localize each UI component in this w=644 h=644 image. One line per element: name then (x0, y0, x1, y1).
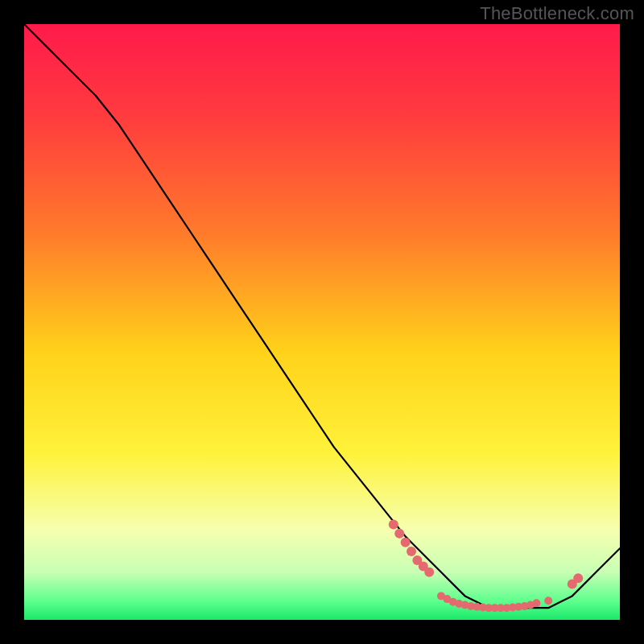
svg-point-27 (573, 573, 583, 583)
svg-point-2 (394, 529, 404, 539)
svg-point-25 (544, 597, 552, 605)
svg-point-3 (401, 538, 411, 547)
svg-rect-0 (24, 24, 620, 620)
svg-point-1 (389, 520, 398, 530)
svg-point-24 (532, 599, 540, 607)
watermark-text: TheBottleneck.com (480, 3, 634, 24)
plot-area (24, 24, 620, 620)
bottleneck-curve-chart (24, 24, 620, 620)
chart-frame: TheBottleneck.com (0, 0, 644, 644)
svg-point-4 (407, 547, 416, 556)
svg-point-7 (424, 568, 434, 577)
